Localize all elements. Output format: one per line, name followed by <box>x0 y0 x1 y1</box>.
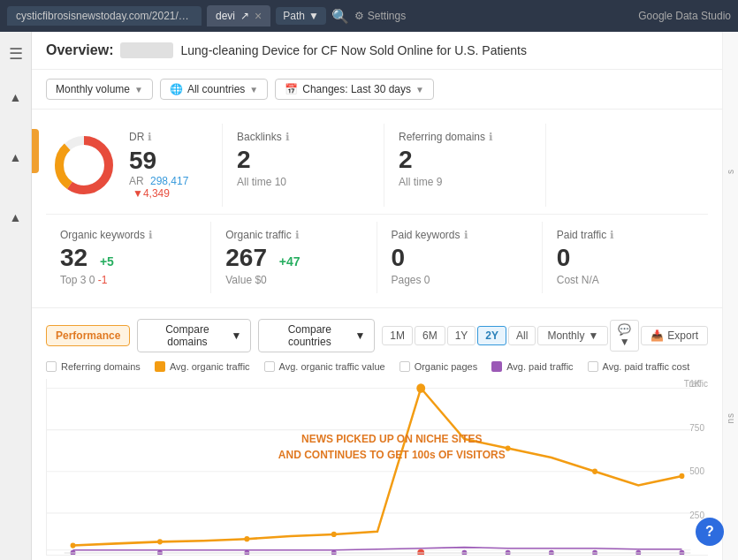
avg-organic-dot <box>155 361 165 372</box>
legend-avg-organic-value[interactable]: Avg. organic traffic value <box>264 361 385 372</box>
org-kw-info-icon[interactable]: ℹ <box>148 229 153 241</box>
search-button[interactable]: 🔍 <box>331 8 349 25</box>
chart-annotation: NEWS PICKED UP ON NICHE SITES AND CONTIN… <box>278 431 506 463</box>
gear-icon: ⚙ <box>354 10 364 22</box>
referring-domains-checkbox[interactable] <box>46 361 57 372</box>
organic-pages-checkbox[interactable] <box>399 361 410 372</box>
org-traffic-info-icon[interactable]: ℹ <box>295 229 300 241</box>
avg-organic-value-checkbox[interactable] <box>264 361 275 372</box>
left-sidebar: ☰ ▲ ▲ ▲ <box>0 32 32 560</box>
performance-chart: NEWS PICKED UP ON NICHE SITES AND CONTIN… <box>46 379 708 556</box>
avg-paid-cost-checkbox[interactable] <box>588 361 598 372</box>
countries-dropdown[interactable]: 🌐 All countries ▼ <box>160 79 268 100</box>
help-button[interactable]: ? <box>696 518 724 546</box>
2y-button[interactable]: 2Y <box>477 326 506 345</box>
globe-icon: 🌐 <box>170 83 183 95</box>
page-title-bar: Overview: Lung-cleaning Device for CF No… <box>32 32 722 70</box>
gds-label: Google Data Studio <box>638 10 731 22</box>
stats-grid-top: DR ℹ 59 AR 298,417 ▼4,349 Backl <box>46 124 708 207</box>
ar-value: 298,417 <box>150 175 188 187</box>
svg-point-10 <box>244 536 249 541</box>
right-sidebar-label-s: s <box>726 169 735 174</box>
time-period-buttons: 1M 6M 1Y 2Y All Monthly ▼ 💬 ▼ 📥 Export <box>382 320 708 352</box>
chevron-countries-icon: ▼ <box>354 329 365 342</box>
monthly-dropdown[interactable]: Monthly ▼ <box>537 326 608 345</box>
paid-keywords-label: Paid keywords ℹ <box>392 229 528 241</box>
paid-keywords-card: Paid keywords ℹ 0 Pages 0 <box>377 222 543 293</box>
chevron-down-icon-2: ▼ <box>249 85 258 95</box>
performance-button[interactable]: Performance <box>46 325 130 346</box>
chart-options-button[interactable]: 💬 ▼ <box>610 320 639 352</box>
compare-countries-dropdown[interactable]: Compare countries ▼ <box>258 319 375 352</box>
paid-keywords-value: 0 <box>392 245 528 272</box>
tab-label: devi <box>216 10 235 22</box>
paid-traffic-info-icon[interactable]: ℹ <box>610 229 614 241</box>
chat-icon: 💬 <box>618 323 631 336</box>
monthly-volume-dropdown[interactable]: Monthly volume ▼ <box>46 79 153 100</box>
right-sidebar: s ns <box>722 32 738 560</box>
domain-redacted <box>120 42 173 58</box>
article-title: Lung-cleaning Device for CF Now Sold Onl… <box>180 43 526 57</box>
ref-domains-info-icon[interactable]: ℹ <box>489 131 493 143</box>
svg-point-9 <box>157 539 163 544</box>
external-link-icon: ↗ <box>240 10 249 22</box>
dr-donut-chart <box>53 134 115 196</box>
legend-organic-pages[interactable]: Organic pages <box>399 361 478 372</box>
main-content: Overview: Lung-cleaning Device for CF No… <box>32 32 722 560</box>
all-button[interactable]: All <box>508 326 536 345</box>
svg-point-14 <box>592 468 597 473</box>
org-kw-change: +5 <box>100 254 114 269</box>
backlinks-info-icon[interactable]: ℹ <box>285 131 290 143</box>
path-dropdown[interactable]: Path ▼ <box>276 7 326 25</box>
sidebar-arrow-mid[interactable]: ▲ <box>6 145 26 170</box>
dr-label: DR ℹ <box>129 131 208 143</box>
legend-referring-domains[interactable]: Referring domains <box>46 361 141 372</box>
settings-button[interactable]: ⚙ Settings <box>354 10 406 22</box>
y-label-750: 750 <box>689 423 704 433</box>
tab-url[interactable]: cysticfibrosisnewstoday.com/2021/09/20 <box>7 6 202 26</box>
x-axis-labels: Sep 2020 Dec 2020 Mar 2021 Jun 2021 Sep … <box>46 556 708 560</box>
stats-section: DR ℹ 59 AR 298,417 ▼4,349 Backl <box>32 110 722 308</box>
ar-line: AR 298,417 ▼4,349 <box>129 175 208 200</box>
svg-point-11 <box>331 532 337 537</box>
chevron-down-icon-3: ▼ <box>415 85 424 95</box>
main-layout: ☰ ▲ ▲ ▲ Overview: Lung-cleaning Device f… <box>0 32 738 560</box>
filter-bar: Monthly volume ▼ 🌐 All countries ▼ 📅 Cha… <box>32 70 722 110</box>
organic-traffic-card: Organic traffic ℹ 267 +47 Value $0 <box>211 222 377 293</box>
sidebar-toggle-button[interactable]: ☰ <box>5 41 27 67</box>
referring-domains-card: Referring domains ℹ 2 All time 9 <box>384 124 546 207</box>
export-button[interactable]: 📥 Export <box>641 326 708 345</box>
6m-button[interactable]: 6M <box>415 326 445 345</box>
organic-keywords-label: Organic keywords ℹ <box>60 229 196 241</box>
sidebar-arrow-up[interactable]: ▲ <box>6 85 26 110</box>
organic-traffic-value: 267 +47 <box>225 245 361 272</box>
organic-traffic-sub: Value $0 <box>225 274 361 286</box>
legend-avg-paid-traffic[interactable]: Avg. paid traffic <box>491 361 573 372</box>
organic-keywords-value: 32 +5 <box>60 245 196 272</box>
dr-info-icon[interactable]: ℹ <box>148 131 152 143</box>
path-chevron-icon: ▼ <box>308 10 319 22</box>
paid-traffic-sub: Cost N/A <box>557 274 694 286</box>
1m-button[interactable]: 1M <box>382 326 413 345</box>
changes-dropdown[interactable]: 📅 Changes: Last 30 days ▼ <box>275 79 434 100</box>
performance-section: Performance Compare domains ▼ Compare co… <box>32 308 722 560</box>
legend-avg-paid-cost[interactable]: Avg. paid traffic cost <box>588 361 690 372</box>
countries-label: All countries <box>187 83 245 95</box>
svg-point-15 <box>680 473 685 479</box>
1y-button[interactable]: 1Y <box>447 326 476 345</box>
paid-traffic-card: Paid traffic ℹ 0 Cost N/A <box>543 222 708 293</box>
sidebar-arrow-down[interactable]: ▲ <box>6 205 26 230</box>
organic-keywords-card: Organic keywords ℹ 32 +5 Top 3 0 -1 <box>46 222 211 293</box>
compare-domains-dropdown[interactable]: Compare domains ▼ <box>137 319 251 352</box>
y-label-1k: 1K <box>689 379 704 389</box>
legend-avg-organic-traffic[interactable]: Avg. organic traffic <box>155 361 250 372</box>
dr-info: DR ℹ 59 AR 298,417 ▼4,349 <box>129 131 208 200</box>
paid-kw-info-icon[interactable]: ℹ <box>464 229 468 241</box>
tab-close-button[interactable]: × <box>255 9 262 23</box>
tab-devi[interactable]: devi ↗ × <box>207 5 270 26</box>
right-sidebar-label-ns: ns <box>726 412 735 424</box>
empty-top-right <box>546 124 708 207</box>
org-traffic-change: +47 <box>279 254 301 269</box>
backlinks-sub: All time 10 <box>237 176 369 188</box>
svg-point-13 <box>506 445 511 450</box>
